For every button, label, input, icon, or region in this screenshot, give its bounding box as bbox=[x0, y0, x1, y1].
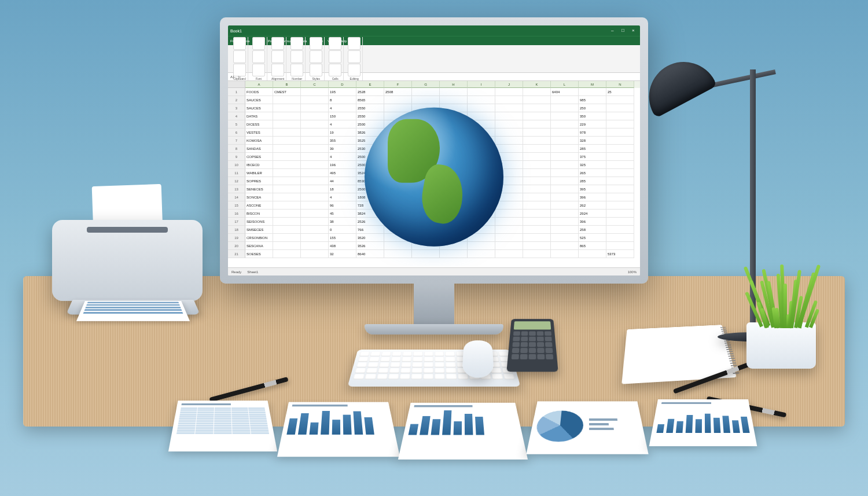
ribbon-button[interactable] bbox=[329, 64, 341, 76]
cell[interactable]: 4 bbox=[329, 193, 356, 201]
cell[interactable] bbox=[523, 112, 551, 120]
cell[interactable]: FOODS bbox=[245, 88, 273, 96]
cell[interactable] bbox=[523, 169, 551, 177]
cell[interactable] bbox=[273, 137, 301, 145]
cell[interactable]: 196 bbox=[329, 161, 356, 169]
row-header[interactable]: 3 bbox=[228, 104, 245, 112]
cell[interactable]: SESCANA bbox=[245, 242, 273, 250]
cell[interactable] bbox=[495, 242, 523, 250]
cell[interactable]: 350 bbox=[579, 112, 606, 120]
sheet-tab[interactable]: Sheet1 bbox=[247, 270, 258, 274]
column-header[interactable]: E bbox=[356, 81, 384, 88]
cell[interactable]: 2924 bbox=[579, 210, 606, 218]
ribbon-button[interactable] bbox=[348, 64, 361, 76]
cell[interactable]: 865 bbox=[579, 242, 606, 250]
row-header[interactable]: 5 bbox=[228, 120, 245, 128]
cell[interactable]: 150 bbox=[329, 112, 356, 120]
ribbon-button[interactable] bbox=[348, 50, 361, 63]
ribbon-button[interactable] bbox=[252, 64, 265, 76]
close-icon[interactable]: × bbox=[632, 28, 638, 34]
cell[interactable] bbox=[384, 104, 412, 112]
column-header[interactable]: H bbox=[440, 81, 468, 88]
cell[interactable] bbox=[440, 250, 468, 258]
ribbon-button[interactable] bbox=[329, 37, 341, 50]
cell[interactable] bbox=[301, 153, 329, 161]
cell[interactable]: CRSONBION bbox=[245, 234, 273, 242]
row-header[interactable]: 17 bbox=[228, 218, 245, 226]
cell[interactable]: SONCEA bbox=[245, 193, 273, 201]
cell[interactable] bbox=[301, 112, 329, 120]
cell[interactable] bbox=[495, 145, 523, 153]
cell[interactable] bbox=[606, 218, 634, 226]
cell[interactable] bbox=[523, 137, 551, 145]
cell[interactable]: 495 bbox=[329, 169, 356, 177]
cell[interactable]: 8 bbox=[329, 96, 356, 104]
cell[interactable]: 355 bbox=[329, 137, 356, 145]
cell[interactable] bbox=[523, 128, 551, 137]
cell[interactable] bbox=[495, 218, 523, 226]
cell[interactable]: 978 bbox=[579, 128, 606, 137]
cell[interactable] bbox=[495, 226, 523, 234]
cell[interactable]: 8640 bbox=[356, 250, 384, 258]
cell[interactable]: 44 bbox=[329, 177, 356, 185]
cell[interactable] bbox=[523, 226, 551, 234]
cell[interactable] bbox=[523, 120, 551, 128]
cell[interactable]: VESTES bbox=[245, 128, 273, 137]
cell[interactable] bbox=[273, 210, 301, 218]
cell[interactable] bbox=[606, 234, 634, 242]
cell[interactable] bbox=[273, 201, 301, 210]
cell[interactable] bbox=[606, 242, 634, 250]
cell[interactable] bbox=[412, 96, 440, 104]
ribbon-button[interactable] bbox=[310, 64, 322, 76]
cell[interactable]: 438 bbox=[329, 242, 356, 250]
column-header[interactable]: G bbox=[412, 81, 440, 88]
cell[interactable] bbox=[606, 96, 634, 104]
cell[interactable] bbox=[606, 128, 634, 137]
cell[interactable] bbox=[273, 234, 301, 242]
row-header[interactable]: 11 bbox=[228, 169, 245, 177]
row-header[interactable]: 18 bbox=[228, 226, 245, 234]
cell[interactable] bbox=[606, 201, 634, 210]
cell[interactable] bbox=[606, 145, 634, 153]
minimize-icon[interactable]: – bbox=[611, 28, 617, 34]
cell[interactable]: 262 bbox=[579, 201, 606, 210]
cell[interactable]: 0 bbox=[329, 226, 356, 234]
cell[interactable]: 19 bbox=[329, 128, 356, 137]
cell[interactable]: COPSES bbox=[245, 153, 273, 161]
column-header[interactable]: N bbox=[606, 81, 634, 88]
cell[interactable]: 2528 bbox=[356, 88, 384, 96]
cell[interactable] bbox=[273, 153, 301, 161]
column-header[interactable]: I bbox=[468, 81, 495, 88]
column-header[interactable]: B bbox=[273, 81, 301, 88]
cell[interactable] bbox=[273, 128, 301, 137]
ribbon-button[interactable] bbox=[290, 37, 303, 50]
cell[interactable]: SENECES bbox=[245, 185, 273, 193]
cell[interactable] bbox=[523, 145, 551, 153]
cell[interactable] bbox=[551, 177, 579, 185]
cell[interactable]: 3526 bbox=[356, 242, 384, 250]
row-header[interactable]: 21 bbox=[228, 250, 245, 258]
cell[interactable]: 39 bbox=[329, 145, 356, 153]
cell[interactable] bbox=[606, 226, 634, 234]
column-header[interactable]: F bbox=[384, 81, 412, 88]
cell[interactable] bbox=[412, 250, 440, 258]
cell[interactable]: 5373 bbox=[606, 250, 634, 258]
cell[interactable] bbox=[412, 88, 440, 96]
cell[interactable] bbox=[468, 242, 495, 250]
cell[interactable] bbox=[384, 242, 412, 250]
cell[interactable] bbox=[384, 250, 412, 258]
cell[interactable]: CMEST bbox=[273, 88, 301, 96]
cell[interactable] bbox=[301, 128, 329, 137]
cell[interactable] bbox=[301, 210, 329, 218]
cell[interactable] bbox=[551, 226, 579, 234]
cell[interactable]: 525 bbox=[579, 234, 606, 242]
ribbon-button[interactable] bbox=[271, 37, 284, 50]
row-header[interactable]: 12 bbox=[228, 177, 245, 185]
cell[interactable] bbox=[523, 177, 551, 185]
cell[interactable] bbox=[579, 88, 606, 96]
cell[interactable] bbox=[384, 96, 412, 104]
column-header[interactable]: D bbox=[329, 81, 356, 88]
cell[interactable] bbox=[273, 96, 301, 104]
cell[interactable] bbox=[301, 145, 329, 153]
cell[interactable] bbox=[301, 185, 329, 193]
